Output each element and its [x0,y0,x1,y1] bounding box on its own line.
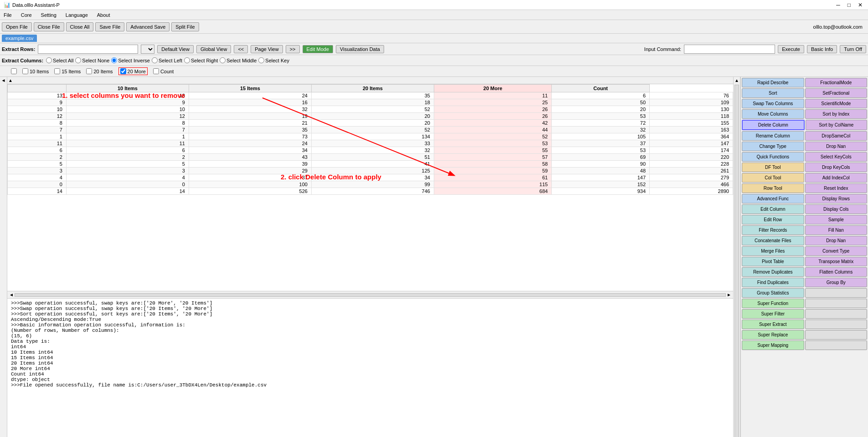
close-btn[interactable]: ✕ [856,2,864,8]
right-panel-btn-flatten-columns[interactable]: Flatten Columns [805,267,868,277]
right-panel-btn-move-columns[interactable]: Move Columns [742,109,804,119]
log-line: int64 [11,344,729,350]
log-area: >>>Swap operation successful, swap keys … [7,298,733,437]
extract-rows-select[interactable] [141,45,154,54]
save-file-button[interactable]: Save File [95,22,124,31]
vertical-scroll-thumb[interactable] [734,85,739,437]
right-panel-btn-super-replace[interactable]: Super Replace [742,330,804,340]
checkbox-15items[interactable]: 15 Items [54,68,81,74]
right-panel-btn-concatenate-files[interactable]: Concatenate Files [742,236,804,245]
advanced-save-button[interactable]: Advanced Save [126,22,169,31]
right-panel-btn-display-cols[interactable]: Display Cols [805,204,868,214]
right-panel-btn-super-mapping[interactable]: Super Mapping [742,340,804,350]
right-panel-btn-sort-by-index[interactable]: Sort by Index [805,109,868,119]
right-panel-btn-fractionalmode[interactable]: FractionalMode [805,78,868,87]
right-panel-btn-find-duplicates[interactable]: Find Duplicates [742,278,804,287]
scroll-bottom-left[interactable]: ◄ [9,292,14,297]
right-panel-btn-advanced-func[interactable]: Advanced Func [742,194,804,203]
right-panel-btn-swap-two-columns[interactable]: Swap Two Columns [742,99,804,108]
select-key-option[interactable]: Select Key [258,57,289,63]
right-panel-btn-setfractional[interactable]: SetFractional [805,88,868,98]
right-panel-btn-pivot-table[interactable]: Pivot Table [742,257,804,266]
right-panel-btn-merge-files[interactable]: Merge Files [742,246,804,256]
right-panel-btn-drop-nan[interactable]: Drop Nan [805,142,868,151]
right-panel-btn-quick-functions[interactable]: Quick Functions [742,152,804,162]
right-panel-btn-df-tool[interactable]: DF Tool [742,163,804,172]
right-panel-btn-super-filter[interactable]: Super Filter [742,309,804,319]
next-button[interactable]: >> [286,45,300,53]
menu-file[interactable]: File [2,11,14,19]
table-row: 111124335337147 [8,140,733,147]
turn-off-button[interactable]: Turn Off [840,45,866,53]
vertical-scroll-bar[interactable]: ▲ ▼ [733,77,740,437]
basic-info-button[interactable]: Basic Info [807,45,837,53]
right-panel-btn-scientificmode[interactable]: ScientificMode [805,99,868,108]
execute-button[interactable]: Execute [778,45,804,53]
right-panel-btn-transpose-matrix[interactable]: Transpose Matrix [805,257,868,266]
right-panel-btn-select-keycols[interactable]: Select KeyCols [805,152,868,162]
horizontal-scrollbar[interactable] [15,293,726,297]
right-panel-btn-filter-records[interactable]: Filter Records [742,225,804,235]
extract-rows-input[interactable] [38,45,138,54]
log-line: 20 Items int64 [11,361,729,366]
menu-language[interactable]: Language [64,11,90,19]
open-file-button[interactable]: Open File [2,22,32,31]
right-panel-btn-group-by[interactable]: Group By [805,278,868,287]
page-view-button[interactable]: Page View [251,45,282,53]
right-panel-btn-sort[interactable]: Sort [742,88,804,98]
right-panel-btn-col-tool[interactable]: Col Tool [742,173,804,183]
right-panel-btn-change-type[interactable]: Change Type [742,142,804,151]
right-panel-btn-edit-row[interactable]: Edit Row [742,215,804,224]
right-panel-btn-edit-column[interactable]: Edit Column [742,204,804,214]
menu-setting[interactable]: Setting [39,11,58,19]
checkbox-20items[interactable]: 20 Items [86,68,113,74]
prev-button[interactable]: << [234,45,248,53]
right-panel-btn-group-statistics[interactable]: Group Statistics [742,288,804,298]
split-file-button[interactable]: Split File [171,22,199,31]
maximize-btn[interactable]: □ [846,2,853,8]
right-panel-btn-row-tool[interactable]: Row Tool [742,183,804,193]
right-panel-btn-sample[interactable]: Sample [805,215,868,224]
menu-core[interactable]: Core [19,11,34,19]
right-panel-btn-super-extract[interactable]: Super Extract [742,320,804,329]
checkbox-count[interactable]: Count [153,68,174,74]
checkbox-10items[interactable]: 10 Items [22,68,49,74]
select-inverse-option[interactable]: Select Inverse [111,57,150,63]
right-panel-btn-drop-nan[interactable]: Drop Nan [805,236,868,245]
edit-mode-button[interactable]: Edit Mode [303,45,334,53]
extract-columns-label: Extract Columns: [2,58,43,63]
scroll-bottom-right[interactable]: ► [727,292,731,297]
close-file-button[interactable]: Close File [34,22,64,31]
right-panel-btn-delete-column[interactable]: Delete Column [742,120,805,130]
right-panel-btn-rapid-describe[interactable]: Rapid Describe [742,78,804,87]
default-view-button[interactable]: Default View [157,45,194,53]
select-middle-option[interactable]: Select Middle [220,57,257,63]
right-panel-btn-reset-index[interactable]: Reset Index [805,183,868,193]
right-panel-btn-display-rows[interactable]: Display Rows [805,194,868,203]
scroll-top-indicator[interactable]: ▲ [8,78,13,83]
file-tab[interactable]: example.csv [2,35,37,42]
right-panel-btn-drop-keycols[interactable]: Drop KeyCols [805,163,868,172]
minimize-btn[interactable]: ─ [834,2,842,8]
viz-data-button[interactable]: Visualization Data [336,45,384,53]
scroll-left-indicator[interactable]: ◄ [1,78,6,83]
right-panel-btn-fill-nan[interactable]: Fill Nan [805,225,868,235]
menu-about[interactable]: About [95,11,112,19]
right-panel-btn-dropsamecol[interactable]: DropSameCol [805,131,868,141]
data-cell: 61 [434,174,551,181]
right-panel-btn-super-function[interactable]: Super Function [742,299,804,308]
select-right-option[interactable]: Select Right [184,57,218,63]
right-panel-btn-add-indexcol[interactable]: Add IndexCol [805,173,868,183]
checkbox-20more[interactable]: 20 More [118,67,148,75]
global-view-button[interactable]: Global View [196,45,231,53]
select-left-option[interactable]: Select Left [152,57,182,63]
scroll-up-btn[interactable]: ▲ [734,78,739,83]
select-all-option[interactable]: Select All [46,57,73,63]
right-panel-btn-convert-type[interactable]: Convert Type [805,246,868,256]
right-panel-btn-sort-by-colname[interactable]: Sort by ColName [806,120,868,130]
input-command-field[interactable] [684,45,775,54]
select-none-option[interactable]: Select None [75,57,109,63]
right-panel-btn-rename-column[interactable]: Rename Column [742,131,804,141]
right-panel-btn-remove-duplicates[interactable]: Remove Duplicates [742,267,804,277]
close-all-button[interactable]: Close All [66,22,94,31]
